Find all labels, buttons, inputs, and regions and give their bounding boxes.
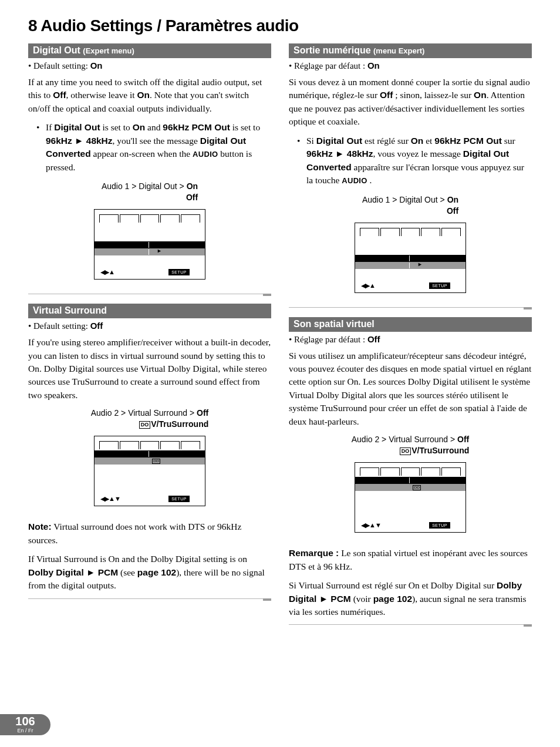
default-value: Off [90,321,103,331]
section-divider [289,624,532,625]
section-divider [289,307,532,308]
page-number-badge: 106 En / Fr [0,714,50,735]
default-prefix: • Default setting: [28,321,90,331]
menu-row-selected [95,450,205,457]
96k-pcm-out-label: 96kHz PCM Out [163,122,230,132]
header-main: Digital Out [33,45,83,55]
dolby-icon: DD [413,485,421,490]
text: (see [118,567,137,577]
menu-breadcrumb: Audio 1 > Digital Out > On Off [102,181,198,203]
setup-badge: SETUP [168,269,190,275]
breadcrumb-text: Audio 1 > Digital Out > [102,181,187,191]
text: If [46,122,54,132]
menu-illustration-block: Audio 2 > Virtual Surround > Off DOV/Tru… [28,408,271,506]
setup-badge: SETUP [168,496,190,502]
header-sub: (Expert menu) [83,46,134,55]
menu-row-grey [355,262,465,269]
section-header-virtual-surround: Virtual Surround [28,304,271,318]
text: If Virtual Surround is On and the Dolby … [28,554,247,564]
default-value: Off [367,334,380,344]
osd-panel: DD ◀▶▲▼ SETUP [94,436,205,506]
section-header-sortie-numerique: Sortie numérique (menu Expert) [289,43,532,58]
breadcrumb-tru: V/TruSurround [411,446,469,455]
off-label: Off [53,90,66,100]
on-label: On [137,90,150,100]
section-header-digital-out: Digital Out (Expert menu) [28,43,271,58]
on-label: On [474,90,487,100]
menu-breadcrumb: Audio 2 > Virtual Surround > Off DOV/Tru… [91,408,209,430]
nav-arrows-icon: ◀▶▲▼ [361,521,381,529]
breadcrumb-on: On [187,181,198,191]
tab-row [360,228,461,236]
menu-breadcrumb: Audio 2 > Virtual Surround > Off DOV/Tru… [352,434,470,456]
default-setting-line: • Réglage par défaut : On [289,60,532,71]
digital-out-label: Digital Out [316,136,362,146]
note-label: Remarque : [289,548,339,558]
text: Si Virtual Surround est réglé sur On et … [289,580,497,590]
menu-row-grey [355,484,465,491]
text: (voir [351,594,373,604]
breadcrumb-tru: V/TruSurround [151,419,208,429]
setup-badge: SETUP [429,522,450,529]
breadcrumb-off: Off [186,193,198,202]
note-label: Note: [28,521,52,531]
text: sur [502,136,515,146]
body-paragraph: Si Virtual Surround est réglé sur On et … [289,579,532,618]
menu-row-selected [355,477,465,484]
breadcrumb-on: On [447,195,458,204]
on-label: On [133,122,146,132]
nav-arrows-icon: ◀▶▲▼ [100,495,120,503]
menu-illustration-block: Audio 1 > Digital Out > On Off ► ► ◀▶▲ S… [289,194,532,293]
setup-badge: SETUP [429,282,450,289]
header-main: Sortie numérique [294,45,373,55]
breadcrumb-text: Audio 2 > Virtual Surround > [91,408,197,418]
breadcrumb-text: Audio 1 > Digital Out > [362,195,447,204]
nav-arrows-icon: ◀▶▲ [361,282,375,290]
text: , otherwise leave it [66,90,137,100]
tab-row [99,214,200,223]
play-triangle-icon: ► [417,255,423,260]
osd-panel: ► ► ◀▶▲ SETUP [94,209,205,280]
audio-button-label: AUDIO [193,150,218,159]
96k-48k-label: 96kHz ► 48kHz [306,149,373,159]
body-paragraph: If you're using stereo amplifier/receive… [28,336,271,402]
text: appear on-screen when the [91,149,193,159]
note-paragraph: Note: Virtual surround does not work wit… [28,520,271,547]
text: , you'll see the message [113,136,200,146]
indented-bullet: Si Digital Out est réglé sur On et 96kHz… [289,134,532,187]
play-triangle-icon: ► [157,241,162,247]
page-title: 8 Audio Settings / Paramètres audio [28,16,532,35]
text: est réglé sur [362,136,411,146]
breadcrumb-off: Off [447,206,458,216]
default-setting-line: • Default setting: On [28,60,271,71]
dolby-icon: DD [152,459,160,464]
96k-48k-label: 96kHz ► 48kHz [46,136,113,146]
breadcrumb-off: Off [197,408,208,418]
note-text: Virtual surround does not work with DTS … [28,521,241,544]
right-column: Sortie numérique (menu Expert) • Réglage… [289,43,532,634]
tab-row [360,467,461,476]
page-ref: page 102 [137,567,176,577]
menu-row-grey [95,457,205,465]
nav-arrows-icon: ◀▶▲ [100,268,114,276]
default-prefix: • Réglage par défaut : [289,335,367,344]
text: and [145,122,163,132]
default-prefix: • Réglage par défaut : [289,61,367,70]
text: . [367,175,372,185]
osd-panel: DD ◀▶▲▼ SETUP [355,462,466,533]
body-paragraph: If Virtual Surround is On and the Dolby … [28,553,271,592]
default-setting-line: • Default setting: Off [28,321,271,331]
body-paragraph: Si vous utilisez un amplificateur/récept… [289,349,532,429]
default-value: On [90,60,103,70]
text: , vous voyez le message [373,149,463,159]
text: Si [306,136,316,146]
menu-row-selected [95,241,205,248]
menu-illustration-block: Audio 1 > Digital Out > On Off ► ► ◀▶▲ S… [28,181,271,280]
body-paragraph: If at any time you need to switch off th… [28,76,271,115]
page-lang: En / Fr [0,728,50,733]
note-paragraph: Remarque : Le son spatial virtuel est in… [289,547,532,573]
header-sub: (menu Expert) [373,46,424,55]
menu-row-grey [95,248,205,255]
breadcrumb-text: Audio 2 > Virtual Surround > [352,435,457,444]
body-paragraph: Si vous devez à un moment donné couper l… [289,76,532,129]
